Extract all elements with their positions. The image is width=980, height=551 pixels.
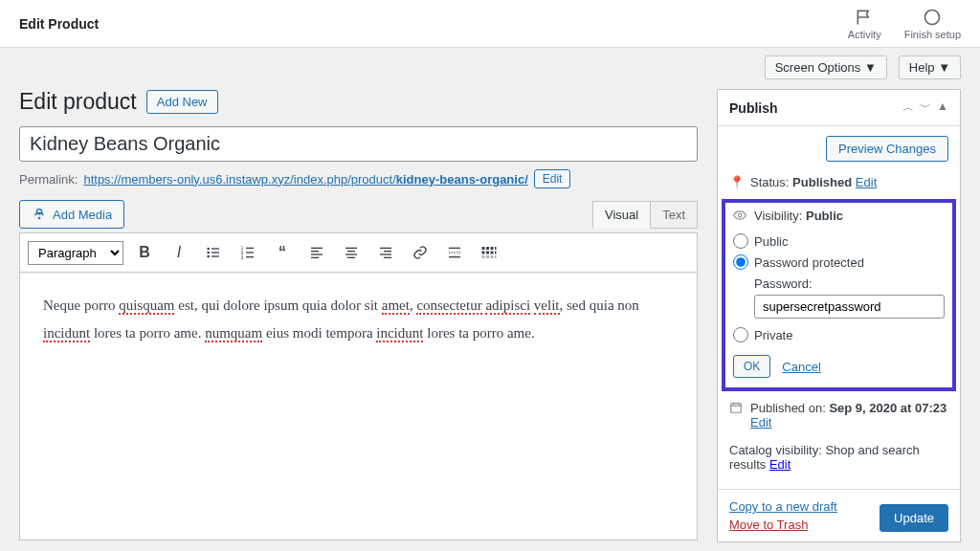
published-section: Published on: Sep 9, 2020 at 07:23 Edit xyxy=(729,395,948,435)
svg-rect-24 xyxy=(380,253,391,254)
visibility-ok-button[interactable]: OK xyxy=(733,355,770,378)
visibility-private-label: Private xyxy=(754,328,792,342)
product-title-input[interactable] xyxy=(19,126,698,162)
add-media-label: Add Media xyxy=(53,208,112,222)
svg-rect-35 xyxy=(491,252,494,254)
move-trash-link[interactable]: Move to Trash xyxy=(729,518,837,532)
svg-rect-38 xyxy=(486,255,489,258)
update-button[interactable]: Update xyxy=(880,504,948,532)
bold-button[interactable]: B xyxy=(131,239,158,266)
permalink-label: Permalink: xyxy=(19,172,78,187)
svg-rect-28 xyxy=(449,256,460,257)
add-media-button[interactable]: Add Media xyxy=(19,200,124,229)
bullet-list-button[interactable] xyxy=(200,239,227,266)
move-down-icon[interactable]: ﹀ xyxy=(920,99,931,116)
svg-rect-15 xyxy=(311,251,319,252)
help-button[interactable]: Help ▼ xyxy=(899,55,961,79)
editor-content[interactable]: Neque porro quisquam est, qui dolore ips… xyxy=(19,273,698,540)
screen-options-button[interactable]: Screen Options ▼ xyxy=(765,55,887,79)
align-left-icon xyxy=(309,245,324,260)
link-icon xyxy=(412,245,428,260)
align-left-button[interactable] xyxy=(303,239,330,266)
svg-rect-16 xyxy=(311,253,323,254)
link-button[interactable] xyxy=(407,239,434,266)
visibility-actions: OK Cancel xyxy=(733,355,945,378)
catalog-label: Catalog visibility: xyxy=(729,443,822,457)
align-right-icon xyxy=(378,245,393,260)
insert-more-button[interactable] xyxy=(441,239,468,266)
numbered-list-button[interactable]: 123 xyxy=(234,239,261,266)
blockquote-button[interactable]: “ xyxy=(269,239,296,266)
visibility-private-radio[interactable] xyxy=(733,327,748,342)
align-center-icon xyxy=(344,245,359,260)
visibility-public-radio[interactable] xyxy=(733,233,748,249)
svg-rect-17 xyxy=(311,257,319,258)
visibility-public-row[interactable]: Public xyxy=(733,231,945,252)
status-section: 📍 Status: Published Edit xyxy=(729,169,948,195)
toolbar-toggle-button[interactable] xyxy=(476,239,502,266)
publish-metabox: Publish ︿ ﹀ ▲ Preview Changes 📍 Status: … xyxy=(717,89,961,542)
editor-tabs: Visual Text xyxy=(592,201,698,229)
svg-rect-14 xyxy=(311,248,323,249)
activity-button[interactable]: Activity xyxy=(848,8,881,40)
svg-rect-34 xyxy=(486,252,489,254)
permalink-row: Permalink: https://members-only.us6.inst… xyxy=(19,169,698,188)
media-icon xyxy=(32,207,47,222)
svg-rect-11 xyxy=(246,252,254,253)
svg-point-0 xyxy=(925,10,940,24)
preview-row: Preview Changes xyxy=(729,136,948,162)
collapse-icon[interactable]: ▲ xyxy=(937,99,948,116)
topbar-actions: Activity Finish setup xyxy=(848,8,961,40)
move-up-icon[interactable]: ︿ xyxy=(902,99,914,116)
finish-setup-button[interactable]: Finish setup xyxy=(904,8,961,40)
catalog-edit-link[interactable]: Edit xyxy=(769,457,791,472)
svg-point-6 xyxy=(207,255,210,258)
visibility-cancel-link[interactable]: Cancel xyxy=(782,360,820,374)
page-heading: Edit product Add New xyxy=(19,89,698,115)
svg-rect-19 xyxy=(347,251,355,252)
major-actions: Copy to a new draft Move to Trash Update xyxy=(718,489,960,541)
preview-changes-button[interactable]: Preview Changes xyxy=(826,136,948,162)
svg-rect-3 xyxy=(212,248,219,249)
password-input[interactable] xyxy=(754,295,945,319)
permalink-link[interactable]: https://members-only.us6.instawp.xyz/ind… xyxy=(83,172,527,187)
svg-rect-39 xyxy=(491,255,494,258)
svg-rect-33 xyxy=(482,252,485,254)
svg-point-41 xyxy=(738,213,742,217)
svg-rect-31 xyxy=(491,247,494,250)
visibility-section: Visibility: Public xyxy=(733,209,945,231)
copy-draft-link[interactable]: Copy to a new draft xyxy=(729,499,837,514)
status-edit-link[interactable]: Edit xyxy=(856,175,877,189)
visibility-password-row[interactable]: Password protected xyxy=(733,252,945,273)
password-label: Password: xyxy=(754,276,945,291)
right-column: Publish ︿ ﹀ ▲ Preview Changes 📍 Status: … xyxy=(717,89,961,551)
svg-rect-36 xyxy=(495,252,497,254)
align-right-button[interactable] xyxy=(372,239,399,266)
svg-rect-7 xyxy=(212,255,219,256)
page-title: Edit product xyxy=(19,89,137,115)
kitchen-sink-icon xyxy=(480,245,498,260)
ol-icon: 123 xyxy=(240,245,256,260)
add-new-button[interactable]: Add New xyxy=(146,90,218,114)
visibility-private-row[interactable]: Private xyxy=(733,324,945,345)
svg-rect-29 xyxy=(482,247,485,250)
topbar: Edit Product Activity Finish setup xyxy=(0,0,980,48)
svg-rect-26 xyxy=(449,248,460,249)
svg-point-2 xyxy=(207,248,210,251)
tab-visual[interactable]: Visual xyxy=(592,201,651,229)
italic-button[interactable]: I xyxy=(166,239,192,266)
visibility-label: Visibility: xyxy=(754,209,802,223)
format-select[interactable]: Paragraph xyxy=(28,241,123,265)
align-center-button[interactable] xyxy=(338,239,365,266)
permalink-edit-button[interactable]: Edit xyxy=(534,169,571,188)
visibility-password-radio[interactable] xyxy=(733,254,748,270)
flag-icon xyxy=(855,8,874,27)
tab-text[interactable]: Text xyxy=(651,201,698,229)
published-value: Sep 9, 2020 at 07:23 xyxy=(829,401,947,415)
published-edit-link[interactable]: Edit xyxy=(750,415,771,430)
publish-header: Publish ︿ ﹀ ▲ xyxy=(718,90,960,126)
publish-heading: Publish xyxy=(729,100,778,116)
screen-options-row: Screen Options ▼ Help ▼ xyxy=(0,48,980,79)
svg-rect-20 xyxy=(345,253,357,254)
status-label: Status: xyxy=(750,175,789,189)
